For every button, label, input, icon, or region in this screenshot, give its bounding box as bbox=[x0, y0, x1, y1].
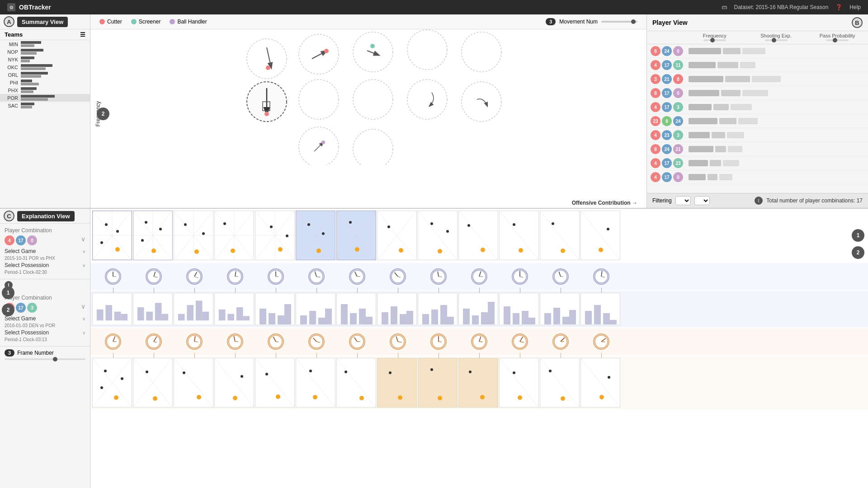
viz-cell-1-3[interactable] bbox=[174, 211, 213, 260]
pass-slider[interactable] bbox=[826, 39, 849, 41]
pv-bar-2 bbox=[728, 146, 742, 152]
team-row-phx[interactable]: PHX bbox=[0, 86, 90, 94]
team-bar-2 bbox=[21, 44, 34, 47]
pv-bar-0 bbox=[689, 160, 708, 166]
select-game-2[interactable]: Select Game ∨ bbox=[5, 314, 85, 323]
team-row-phi[interactable]: PHI bbox=[0, 79, 90, 86]
team-label: MIN bbox=[5, 42, 18, 47]
bar-cell-2[interactable] bbox=[133, 293, 173, 325]
team-row-orl[interactable]: ORL bbox=[0, 71, 90, 79]
help-label[interactable]: Help bbox=[849, 4, 861, 10]
movement-label: Movement Num bbox=[559, 19, 598, 25]
viz-cell-1-2[interactable] bbox=[133, 211, 173, 260]
viz-cell-1-10[interactable] bbox=[458, 211, 498, 260]
viz-cell-1-11[interactable] bbox=[499, 211, 539, 260]
viz-cell-2-9[interactable] bbox=[418, 358, 458, 408]
team-bar-1 bbox=[21, 64, 52, 67]
team-row-okc[interactable]: OKC bbox=[0, 63, 90, 71]
viz-cell-1-6[interactable] bbox=[296, 211, 335, 260]
viz-cell-2-2[interactable] bbox=[133, 358, 173, 408]
bar-cell-8[interactable] bbox=[377, 293, 417, 325]
team-row-nop[interactable]: NOP bbox=[0, 48, 90, 56]
filtering-select2[interactable] bbox=[694, 196, 710, 205]
select-game-1[interactable]: Select Game ∨ bbox=[5, 247, 85, 255]
bar-cell-10[interactable] bbox=[458, 293, 498, 325]
select-possession-2[interactable]: Select Possession ∨ bbox=[5, 328, 85, 337]
viz-cell-2-7[interactable] bbox=[336, 358, 376, 408]
viz-cell-2-10[interactable] bbox=[458, 358, 498, 408]
team-row-nyk[interactable]: NYK bbox=[0, 56, 90, 63]
viz-cell-2-5[interactable] bbox=[255, 358, 295, 408]
select-possession-1[interactable]: Select Possession ∨ bbox=[5, 261, 85, 269]
bar-cell-12[interactable] bbox=[540, 293, 580, 325]
viz-cell-2-12[interactable] bbox=[540, 358, 580, 408]
right-nav-2[interactable]: 2 bbox=[852, 246, 864, 259]
svg-point-35 bbox=[100, 241, 103, 244]
svg-point-286 bbox=[549, 370, 552, 372]
viz-cell-1-5[interactable] bbox=[255, 211, 295, 260]
team-row-sac[interactable]: SAC bbox=[0, 102, 90, 109]
filtering-select[interactable] bbox=[675, 196, 691, 205]
viz-cell-2-8[interactable] bbox=[377, 358, 417, 408]
frequency-slider[interactable] bbox=[703, 39, 726, 41]
clock-svg-5 bbox=[269, 269, 283, 284]
chevron-2[interactable]: ∨ bbox=[81, 303, 85, 313]
viz-cell-2-4[interactable] bbox=[214, 358, 254, 408]
viz-cell-1-9[interactable] bbox=[418, 211, 458, 260]
frame-slider[interactable] bbox=[5, 358, 85, 360]
viz-cell-2-13[interactable] bbox=[580, 358, 620, 408]
pv-bar-0 bbox=[689, 76, 723, 82]
right-nav-1[interactable]: 1 bbox=[852, 229, 864, 242]
player-badges: 82421 bbox=[651, 144, 687, 154]
team-bar-1 bbox=[21, 72, 48, 75]
viz-cell-1-7[interactable] bbox=[336, 211, 376, 260]
player-row-5[interactable]: 23824 bbox=[647, 114, 868, 128]
viz-cell-2-1[interactable] bbox=[92, 358, 132, 408]
team-row-por[interactable]: POR bbox=[0, 94, 90, 102]
svg-point-5 bbox=[324, 49, 329, 53]
bar-chart-12 bbox=[542, 295, 578, 325]
bar-cell-3[interactable] bbox=[174, 293, 213, 325]
topbar-left: ⊙ OBTracker bbox=[7, 3, 51, 11]
player-row-2[interactable]: 3218 bbox=[647, 72, 868, 86]
player-row-0[interactable]: 8240 bbox=[647, 44, 868, 58]
oc-svg-7 bbox=[350, 334, 364, 349]
player-row-7[interactable]: 82421 bbox=[647, 142, 868, 156]
team-row-min[interactable]: MIN bbox=[0, 40, 90, 48]
bar-cell-6[interactable] bbox=[296, 293, 335, 325]
bar-cell-1[interactable] bbox=[92, 293, 132, 325]
clock-row-2 bbox=[90, 328, 868, 355]
chevron-1[interactable]: ∨ bbox=[81, 235, 85, 245]
viz-cell-1-12[interactable] bbox=[540, 211, 580, 260]
viz-cell-1-8[interactable] bbox=[377, 211, 417, 260]
teams-sort-icon[interactable]: ☰ bbox=[80, 31, 85, 38]
player-row-4[interactable]: 4173 bbox=[647, 100, 868, 114]
player-row-8[interactable]: 41723 bbox=[647, 156, 868, 170]
left-side-nav: 12 bbox=[2, 286, 14, 316]
player-row-3[interactable]: 8170 bbox=[647, 86, 868, 100]
player-row-9[interactable]: 4170 bbox=[647, 170, 868, 184]
player-row-1[interactable]: 41711 bbox=[647, 58, 868, 72]
bar-cell-4[interactable] bbox=[214, 293, 254, 325]
svg-point-274 bbox=[430, 368, 433, 371]
left-nav-2[interactable]: 2 bbox=[2, 304, 14, 316]
viz-cell-1-4[interactable] bbox=[214, 211, 254, 260]
bar-cell-9[interactable] bbox=[418, 293, 458, 325]
svg-rect-172 bbox=[382, 312, 388, 324]
bar-cell-11[interactable] bbox=[499, 293, 539, 325]
viz-cell-2-11[interactable] bbox=[499, 358, 539, 408]
shooting-slider[interactable] bbox=[765, 39, 788, 41]
viz-cell-2-3[interactable] bbox=[174, 358, 213, 408]
viz-cell-1-13[interactable] bbox=[580, 211, 620, 260]
court-svg-8 bbox=[377, 211, 416, 260]
movement-slider[interactable] bbox=[601, 21, 637, 23]
viz-cell-1-1[interactable] bbox=[92, 211, 132, 260]
bar-cell-7[interactable] bbox=[336, 293, 376, 325]
clock-item-5 bbox=[256, 265, 296, 288]
bar-cell-13[interactable] bbox=[580, 293, 620, 325]
player-row-6[interactable]: 4233 bbox=[647, 128, 868, 142]
bar-cell-5[interactable] bbox=[255, 293, 295, 325]
svg-point-14 bbox=[264, 112, 269, 116]
left-nav-1[interactable]: 1 bbox=[2, 286, 14, 299]
viz-cell-2-6[interactable] bbox=[296, 358, 335, 408]
